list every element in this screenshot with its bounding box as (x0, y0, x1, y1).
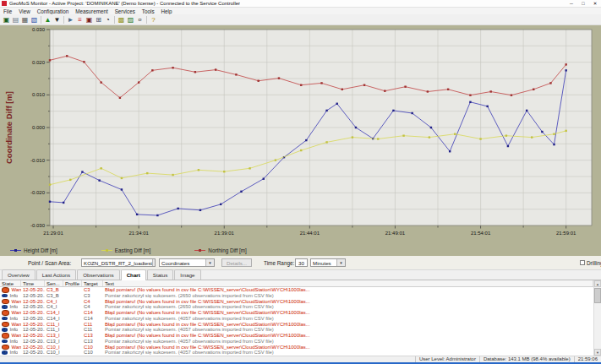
legend-easting-diff-m: Easting Diff [m] (101, 247, 151, 253)
state-label: Warning (10, 345, 22, 350)
sensor-cell: C11_I (45, 327, 63, 333)
table-row[interactable]: iInfo12-05-20...C13_IC13Pomiar zakończył… (0, 339, 593, 345)
print-icon[interactable]: ▦ (20, 15, 30, 24)
state-label: Info (8, 293, 19, 299)
clock-icon[interactable]: ◔ (103, 15, 112, 24)
help-icon[interactable]: ? (149, 15, 158, 24)
table-row[interactable]: !Warning12-05-20...C10_IC10Błąd pomiaru!… (0, 345, 593, 350)
sensor-cell: C4_I (45, 304, 63, 310)
state-cell: iInfo (0, 304, 21, 310)
start-services-icon[interactable]: ▲ (43, 15, 52, 24)
menu-item-tools[interactable]: Tools (139, 8, 158, 14)
profile-cell (63, 350, 82, 356)
copy-icon[interactable]: ▤ (11, 15, 20, 24)
report-icon[interactable]: ▧ (30, 15, 39, 24)
tab-overview[interactable]: Overview (2, 269, 36, 280)
tab-chart[interactable]: Chart (121, 269, 146, 280)
window-title: GeoMoS Monitor - Active Project: 'DOMINI… (9, 1, 240, 6)
minimize-button[interactable]: ─ (565, 0, 577, 8)
toolbar: ▣▤▦▧▲▼►≡▣⊞◔▩▨¤? (0, 14, 601, 25)
tab-status[interactable]: Status (147, 269, 174, 280)
sensor-manager-icon[interactable]: ▩ (117, 15, 126, 24)
tab-image[interactable]: Image (174, 269, 200, 280)
state-cell: iInfo (0, 339, 21, 345)
scrollbar-thumb[interactable] (594, 288, 601, 303)
chevron-down-icon: ▼ (336, 259, 345, 266)
scroll-up-icon[interactable]: ▲ (594, 280, 601, 287)
tools-icon[interactable]: ¤ (135, 15, 145, 24)
layout-icon[interactable]: ⊞ (94, 15, 103, 24)
message-cell: Błąd pomiaru! (No values found in csv fi… (103, 287, 593, 293)
column-header-target[interactable]: Target (82, 280, 103, 286)
table-row[interactable]: iInfo12-05-20...C4_IC4Pomiar zakończył s… (0, 304, 593, 310)
target-cell: C3 (82, 287, 103, 293)
time-cell: 12-05-20... (21, 327, 45, 333)
svg-text:21:29:01: 21:29:01 (43, 231, 63, 236)
new-project-icon[interactable]: ▣ (2, 15, 11, 24)
table-row[interactable]: iInfo12-05-20...C11_IC11Pomiar zakończył… (0, 327, 593, 333)
svg-text:0.010: 0.010 (32, 92, 46, 97)
menu-item-services[interactable]: Services (112, 8, 139, 14)
view-select[interactable]: Coordinates ▼ (159, 258, 215, 267)
table-row[interactable]: !Warning12-05-20...C11_IC11Błąd pomiaru!… (0, 322, 593, 328)
statusbar: User Level: Administrator Database: 143.… (0, 356, 601, 362)
target-cell: C14 (82, 316, 103, 322)
y-axis-label: Coordinate Diff [m] (4, 91, 14, 164)
table-row[interactable]: !Warning12-05-20...C13_IC13Błąd pomiaru!… (0, 333, 593, 339)
target-cell: C4 (82, 304, 103, 310)
table-row[interactable]: iInfo12-05-20...C14_IC14Pomiar zakończył… (0, 316, 593, 322)
scroll-down-icon[interactable]: ▼ (594, 349, 601, 356)
svg-text:21:34:01: 21:34:01 (128, 231, 149, 236)
target-cell: C11 (82, 327, 103, 333)
column-header-text[interactable]: Text (103, 280, 593, 286)
time-cell: 12-05-20... (21, 287, 45, 293)
log-scrollbar[interactable]: ▲ ▼ (593, 280, 601, 356)
menu-item-file[interactable]: File (0, 8, 15, 14)
legend-marker-icon (194, 250, 205, 251)
run-measurement-icon[interactable]: ► (66, 15, 75, 24)
user-level-status: User Level: Administrator (415, 356, 479, 362)
info-icon: i (2, 294, 8, 298)
table-row[interactable]: !Warning12-05-20...C4_IC4Błąd pomiaru! (… (0, 299, 593, 305)
menu-item-configuration[interactable]: Configuration (34, 8, 72, 14)
sensor-cell: C4_I (45, 299, 63, 305)
chevron-down-icon: ▼ (152, 259, 156, 266)
tab-observations[interactable]: Observations (77, 269, 119, 280)
maximize-button[interactable]: □ (577, 0, 589, 8)
chart: -0.030-0.020-0.0100.0000.0100.0200.03021… (0, 25, 601, 256)
column-header-sen[interactable]: Sen... (45, 280, 63, 286)
table-row[interactable]: iInfo12-05-20...C10_IC10Pomiar zakończył… (0, 350, 593, 356)
drilling-label: Drilling (587, 260, 601, 266)
profile-cell (63, 322, 82, 328)
drilling-checkbox[interactable] (580, 260, 585, 265)
target-cell: C10 (82, 345, 103, 350)
target-cell: C13 (82, 339, 103, 345)
monitor-icon[interactable]: ▣ (85, 15, 94, 24)
flag-icon[interactable]: ≡ (75, 15, 85, 24)
time-range-input[interactable]: 30 (295, 258, 308, 267)
legend-label: Height Diff [m] (24, 247, 57, 253)
column-header-state[interactable]: State (0, 280, 21, 286)
time-range-label: Time Range: (264, 260, 294, 266)
chevron-down-icon: ▼ (205, 259, 214, 266)
sensor-cell: C11_I (45, 322, 63, 328)
time-cell: 12-05-20... (21, 322, 45, 328)
stop-services-icon[interactable]: ▼ (52, 15, 62, 24)
menu-item-measurement[interactable]: Measurement (72, 8, 112, 14)
table-row[interactable]: iInfo12-05-20...C3_BC3Pomiar zakończył s… (0, 293, 593, 299)
time-range-unit-select[interactable]: Minutes ▼ (310, 258, 346, 267)
point-select[interactable]: KOZN_DSTR_RT_2_loadtest ▼ (81, 258, 156, 267)
column-header-time[interactable]: Time (21, 280, 45, 286)
column-header-profile[interactable]: Profile (63, 280, 82, 286)
menu-item-help[interactable]: Help (158, 8, 176, 14)
close-button[interactable]: ✕ (589, 0, 601, 8)
tab-last-actions[interactable]: Last Actions (36, 269, 76, 280)
message-cell: Błąd pomiaru! (No values found in csv fi… (103, 322, 593, 328)
details-button[interactable]: Details... (221, 258, 252, 267)
service-manager-icon[interactable]: ▨ (126, 15, 135, 24)
table-row[interactable]: !Warning12-05-20...C14_IC14Błąd pomiaru!… (0, 310, 593, 316)
chart-legend: Height Diff [m]Easting Diff [m]Northing … (10, 247, 247, 253)
table-row[interactable]: !Warning12-05-20...C3_BC3Błąd pomiaru! (… (0, 287, 593, 293)
menu-item-view[interactable]: View (15, 8, 34, 14)
message-cell: Pomiar zakończył się sukcesem. (2650 obs… (103, 304, 593, 310)
